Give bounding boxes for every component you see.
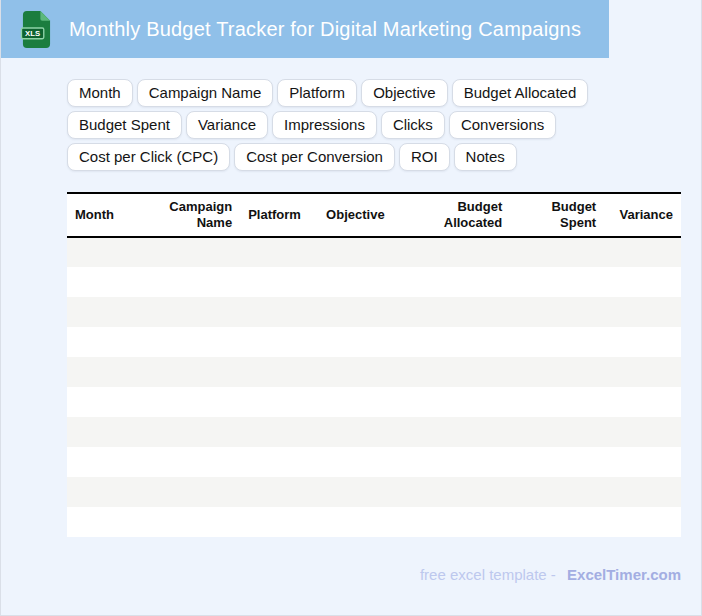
table-row (67, 237, 681, 267)
table-cell-month (67, 237, 141, 267)
table-cell-campaign-name (141, 477, 240, 507)
table-row (67, 477, 681, 507)
table-cell-platform (240, 417, 318, 447)
table-cell-variance (604, 357, 681, 387)
table-cell-campaign-name (141, 297, 240, 327)
budget-table-wrap: MonthCampaign NamePlatformObjectiveBudge… (67, 192, 681, 537)
table-cell-campaign-name (141, 447, 240, 477)
table-cell-objective (318, 477, 398, 507)
table-cell-month (67, 357, 141, 387)
table-cell-variance (604, 417, 681, 447)
table-row (67, 417, 681, 447)
table-cell-month (67, 507, 141, 537)
table-cell-budget-spent (510, 297, 604, 327)
table-cell-platform (240, 387, 318, 417)
column-header-budget-allocated: Budget Allocated (398, 193, 510, 237)
footer-brand-link[interactable]: ExcelTimer.com (567, 566, 681, 583)
table-cell-platform (240, 447, 318, 477)
chip-platform[interactable]: Platform (277, 79, 357, 107)
table-cell-budget-spent (510, 237, 604, 267)
table-row (67, 447, 681, 477)
table-cell-budget-spent (510, 327, 604, 357)
table-cell-budget-allocated (398, 447, 510, 477)
budget-table: MonthCampaign NamePlatformObjectiveBudge… (67, 192, 681, 537)
table-cell-budget-allocated (398, 357, 510, 387)
table-cell-campaign-name (141, 387, 240, 417)
table-cell-platform (240, 267, 318, 297)
table-cell-objective (318, 237, 398, 267)
column-header-budget-spent: Budget Spent (510, 193, 604, 237)
field-chips: MonthCampaign NamePlatformObjectiveBudge… (67, 79, 693, 171)
table-cell-campaign-name (141, 327, 240, 357)
table-cell-campaign-name (141, 237, 240, 267)
table-cell-campaign-name (141, 357, 240, 387)
table-cell-campaign-name (141, 417, 240, 447)
chip-budget-allocated[interactable]: Budget Allocated (452, 79, 589, 107)
chip-cost-per-click-cpc[interactable]: Cost per Click (CPC) (67, 143, 230, 171)
table-cell-objective (318, 417, 398, 447)
header-bar: XLS Monthly Budget Tracker for Digital M… (1, 0, 609, 58)
table-cell-month (67, 417, 141, 447)
table-row (67, 297, 681, 327)
chip-objective[interactable]: Objective (361, 79, 448, 107)
chip-impressions[interactable]: Impressions (272, 111, 377, 139)
table-row (67, 507, 681, 537)
column-header-campaign-name: Campaign Name (141, 193, 240, 237)
table-cell-variance (604, 297, 681, 327)
table-cell-objective (318, 447, 398, 477)
chip-month[interactable]: Month (67, 79, 133, 107)
table-cell-month (67, 447, 141, 477)
table-cell-variance (604, 387, 681, 417)
chip-variance[interactable]: Variance (186, 111, 268, 139)
chip-conversions[interactable]: Conversions (449, 111, 556, 139)
chip-budget-spent[interactable]: Budget Spent (67, 111, 182, 139)
table-cell-budget-spent (510, 447, 604, 477)
footer-tagline: free excel template - (420, 566, 556, 583)
table-cell-budget-allocated (398, 507, 510, 537)
table-cell-platform (240, 327, 318, 357)
table-cell-objective (318, 357, 398, 387)
table-cell-budget-spent (510, 477, 604, 507)
xls-badge-label: XLS (25, 29, 40, 38)
chip-notes[interactable]: Notes (454, 143, 517, 171)
table-cell-platform (240, 357, 318, 387)
column-header-platform: Platform (240, 193, 318, 237)
table-cell-objective (318, 297, 398, 327)
table-cell-objective (318, 327, 398, 357)
page: XLS Monthly Budget Tracker for Digital M… (0, 0, 702, 616)
column-header-variance: Variance (604, 193, 681, 237)
table-cell-month (67, 297, 141, 327)
table-cell-month (67, 387, 141, 417)
table-cell-budget-allocated (398, 327, 510, 357)
table-cell-platform (240, 237, 318, 267)
chip-cost-per-conversion[interactable]: Cost per Conversion (234, 143, 395, 171)
table-cell-budget-spent (510, 267, 604, 297)
table-cell-budget-spent (510, 417, 604, 447)
table-cell-budget-allocated (398, 237, 510, 267)
table-cell-month (67, 477, 141, 507)
table-cell-month (67, 327, 141, 357)
footer: free excel template - ExcelTimer.com (67, 566, 681, 583)
column-header-month: Month (67, 193, 141, 237)
table-cell-variance (604, 237, 681, 267)
page-title: Monthly Budget Tracker for Digital Marke… (69, 18, 581, 41)
table-cell-platform (240, 297, 318, 327)
table-head-row: MonthCampaign NamePlatformObjectiveBudge… (67, 193, 681, 237)
table-cell-budget-spent (510, 357, 604, 387)
chip-campaign-name[interactable]: Campaign Name (137, 79, 274, 107)
table-cell-campaign-name (141, 507, 240, 537)
chip-clicks[interactable]: Clicks (381, 111, 445, 139)
column-header-objective: Objective (318, 193, 398, 237)
table-row (67, 327, 681, 357)
table-cell-objective (318, 267, 398, 297)
chip-roi[interactable]: ROI (399, 143, 450, 171)
xls-file-icon: XLS (21, 10, 52, 49)
table-cell-budget-spent (510, 387, 604, 417)
table-cell-variance (604, 507, 681, 537)
table-cell-variance (604, 447, 681, 477)
table-cell-budget-allocated (398, 267, 510, 297)
table-cell-variance (604, 327, 681, 357)
table-cell-variance (604, 477, 681, 507)
table-cell-budget-spent (510, 507, 604, 537)
table-cell-budget-allocated (398, 477, 510, 507)
